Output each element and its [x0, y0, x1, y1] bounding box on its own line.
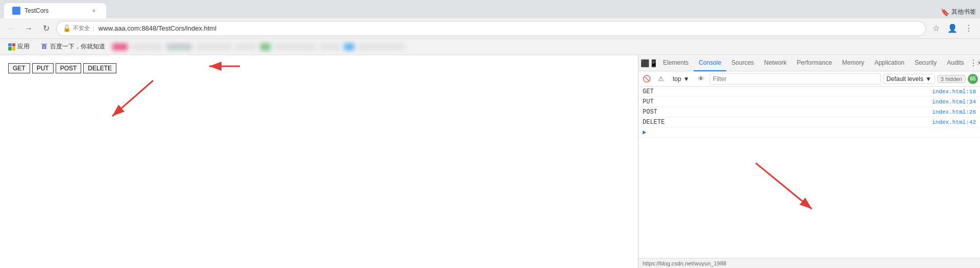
- tab-close-button[interactable]: ×: [90, 7, 98, 15]
- put-button[interactable]: PUT: [32, 63, 54, 73]
- filter-input[interactable]: [709, 73, 881, 85]
- console-link-put[interactable]: index.html:34: [932, 99, 976, 105]
- tab-performance[interactable]: Performance: [792, 55, 837, 71]
- console-clear-button[interactable]: 🚫: [641, 73, 653, 85]
- tab-audits[interactable]: Audits: [942, 55, 969, 71]
- browser-toolbar: ← → ↻ 🔓 不安全 | ☆ 👤 ⋮: [0, 18, 980, 39]
- console-expand-button[interactable]: ⚠: [655, 73, 667, 85]
- back-button[interactable]: ←: [4, 21, 18, 36]
- devtools-close-button[interactable]: ×: [977, 57, 980, 69]
- tab-sources[interactable]: Sources: [726, 55, 759, 71]
- devtools-device-button[interactable]: 📱: [649, 56, 658, 70]
- account-button[interactable]: 👤: [945, 21, 960, 36]
- status-url: https://blog.csdn.net/wuyun_1988: [643, 260, 726, 266]
- svg-line-5: [756, 163, 812, 209]
- console-line-expand[interactable]: ▶: [639, 127, 980, 138]
- baidu-bookmark[interactable]: 百 百度一下，你就知道: [36, 41, 109, 52]
- bookmarks-bar: 应用 百 百度一下，你就知道: [0, 39, 980, 55]
- console-link-get[interactable]: index.html:18: [932, 89, 976, 95]
- console-link-delete[interactable]: index.html:42: [932, 119, 976, 125]
- page-buttons: GET PUT POST DELETE: [8, 63, 630, 73]
- forward-button[interactable]: →: [21, 21, 36, 36]
- user-avatar: 65: [968, 74, 978, 84]
- annotation-arrows: [0, 55, 449, 268]
- tab-memory[interactable]: Memory: [837, 55, 869, 71]
- eye-button[interactable]: 👁: [695, 73, 707, 85]
- blurred-bookmarks: [111, 43, 976, 50]
- toolbar-actions: ☆ 👤 ⋮: [929, 21, 976, 36]
- tab-bar: TestCors × 🔖 其他书签: [0, 0, 980, 18]
- post-button[interactable]: POST: [56, 63, 82, 73]
- log-levels-selector[interactable]: Default levels ▼: [883, 74, 935, 84]
- browser-window: TestCors × 🔖 其他书签 ← → ↻ 🔓 不安全 | ☆ 👤 ⋮: [0, 0, 980, 268]
- apps-shortcut[interactable]: 应用: [4, 41, 34, 52]
- tab-application[interactable]: Application: [869, 55, 910, 71]
- menu-button[interactable]: ⋮: [962, 21, 976, 36]
- devtools-more-button[interactable]: ⋮: [969, 57, 977, 69]
- hidden-count-badge: 3 hidden: [937, 75, 966, 83]
- expand-arrow-icon[interactable]: ▶: [643, 128, 646, 136]
- devtools-panel: ⬛ 📱 Elements Console Sources Network Per…: [638, 55, 980, 268]
- other-bookmarks[interactable]: 🔖 其他书签: [941, 8, 976, 16]
- browser-tab[interactable]: TestCors ×: [4, 3, 106, 18]
- tab-security[interactable]: Security: [910, 55, 942, 71]
- console-line-post: POST index.html:26: [639, 107, 980, 117]
- main-area: GET PUT POST DELETE: [0, 55, 980, 268]
- status-bar: https://blog.csdn.net/wuyun_1988: [639, 258, 980, 268]
- delete-button[interactable]: DELETE: [83, 63, 116, 73]
- tab-favicon: [12, 7, 20, 15]
- reload-button[interactable]: ↻: [39, 21, 53, 36]
- console-line-put: PUT index.html:34: [639, 97, 980, 107]
- console-link-post[interactable]: index.html:26: [932, 109, 976, 115]
- devtools-tabs: ⬛ 📱 Elements Console Sources Network Per…: [639, 55, 980, 71]
- tab-bar-actions: 🔖 其他书签: [941, 8, 976, 16]
- tab-network[interactable]: Network: [759, 55, 792, 71]
- console-line-get: GET index.html:18: [639, 87, 980, 97]
- devtools-inspect-button[interactable]: ⬛: [641, 56, 649, 70]
- console-output: GET index.html:18 PUT index.html:34 POST…: [639, 87, 980, 258]
- context-selector[interactable]: top ▼: [669, 74, 693, 84]
- address-bar[interactable]: 🔓 不安全 |: [56, 21, 926, 36]
- lock-icon: 🔓: [63, 24, 71, 32]
- tab-elements[interactable]: Elements: [658, 55, 694, 71]
- devtools-annotation-arrow: [639, 117, 980, 258]
- baidu-label: 百度一下，你就知道: [50, 42, 105, 51]
- security-indicator: 🔓 不安全 |: [63, 24, 95, 32]
- tab-title: TestCors: [24, 7, 86, 14]
- console-toolbar: 🚫 ⚠ top ▼ 👁 Default levels ▼ 3 hidden 65: [639, 71, 980, 87]
- address-input[interactable]: [99, 24, 919, 32]
- svg-line-3: [112, 81, 153, 116]
- apps-label: 应用: [17, 42, 30, 51]
- bookmark-button[interactable]: ☆: [929, 21, 943, 36]
- console-line-delete: DELETE index.html:42: [639, 117, 980, 127]
- page-content: GET PUT POST DELETE: [0, 55, 638, 268]
- tab-console[interactable]: Console: [694, 55, 726, 71]
- get-button[interactable]: GET: [8, 63, 30, 73]
